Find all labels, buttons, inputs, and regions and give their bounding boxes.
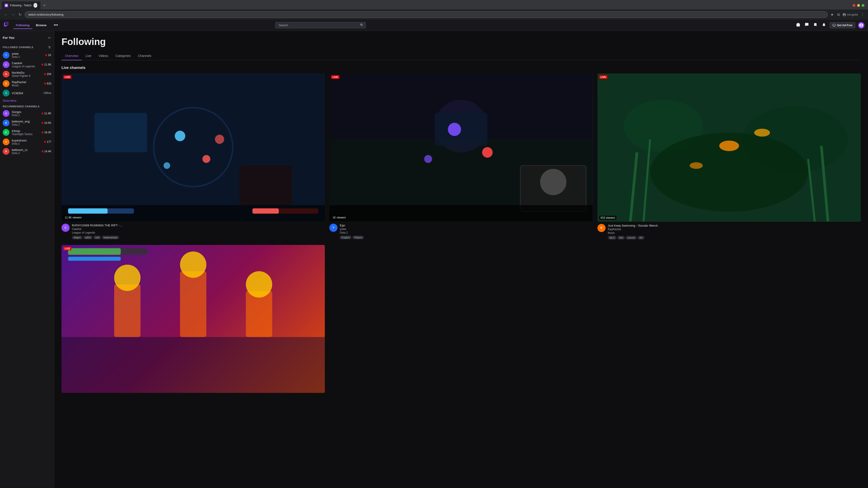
forward-button[interactable]: → [10, 11, 16, 18]
for-you-header: For You ↩ [0, 35, 54, 42]
channel-name-caedrel: Caedrel [12, 61, 39, 65]
svg-rect-37 [61, 337, 325, 393]
stream-avatar-yowe: Y [329, 224, 338, 232]
channel-item-vcm354[interactable]: V VCM354 Offline [0, 88, 54, 98]
user-avatar[interactable] [858, 22, 864, 29]
stream-thumbnail-yowe: LIVE 1K viewers [329, 73, 593, 221]
svg-point-33 [719, 140, 739, 151]
svg-rect-23 [329, 205, 593, 222]
watchlist-button[interactable] [812, 22, 818, 29]
sort-channels-button[interactable]: ⇅ [48, 45, 51, 50]
stream-tag[interactable]: degen [72, 236, 83, 239]
search-input[interactable] [275, 22, 366, 29]
nav-following[interactable]: Following [13, 22, 32, 29]
svg-rect-0 [833, 24, 835, 26]
channel-item-betboom-ru[interactable]: B betboom_ru Dota 2 14.4K [0, 147, 54, 156]
channel-item-yowe[interactable]: Y yowe Dota 2 1K [0, 51, 54, 60]
svg-rect-46 [68, 257, 121, 260]
tab-overview[interactable]: Overview [61, 52, 82, 60]
svg-rect-3 [94, 113, 147, 153]
channel-item-betboom-eng[interactable]: B betboom_eng Dota 2 10.5K [0, 118, 54, 128]
channel-avatar-rayrachel: R [3, 80, 9, 87]
show-more-button[interactable]: Show More [0, 98, 54, 104]
svg-point-19 [482, 147, 493, 158]
stream-tag[interactable]: adhd [84, 236, 92, 239]
messages-button[interactable] [804, 22, 810, 29]
notifications-button[interactable] [821, 22, 827, 29]
channel-offline-vcm354: Offline [43, 92, 51, 95]
stream-card-yowe[interactable]: LIVE 1K viewers Y Ego yowe Dota 2 Englis… [329, 73, 593, 239]
window-minimize-button[interactable] [857, 4, 860, 7]
stream-card-caedrel[interactable]: LIVE 11.9K viewers C RATAYUSI69 RUNNING … [61, 73, 325, 239]
back-button[interactable]: ← [3, 11, 9, 18]
channel-item-gorgec[interactable]: G Gorgec Dota 2 11.9K [0, 109, 54, 118]
channel-item-k3soju[interactable]: K k3soju Teamfight Tactics 18.3K [0, 128, 54, 137]
sidebar-collapse-button[interactable]: ↩ [48, 35, 51, 40]
channel-item-nuckleDu[interactable]: N NuckleDu Street Fighter 6 204 [0, 69, 54, 79]
split-view-button[interactable]: ⧉ [836, 12, 841, 18]
for-you-title: For You [3, 36, 14, 39]
stream-thumbnail-caedrel: LIVE 11.9K viewers [61, 73, 325, 221]
channel-name-kuyanicwxc: kuyanicwxc [12, 139, 42, 142]
stream-tag[interactable]: badexample [102, 236, 119, 239]
channel-viewers-betboom-ru: 14.4K [41, 150, 51, 153]
channel-item-caedrel[interactable]: C Caedrel League of Legends 11.9K [0, 60, 54, 69]
refresh-button[interactable]: ↻ [17, 11, 23, 18]
svg-rect-45 [68, 248, 121, 255]
svg-rect-38 [114, 284, 141, 337]
bookmark-button[interactable]: ★ [830, 11, 835, 18]
gifts-button[interactable] [795, 22, 801, 29]
tab-videos[interactable]: Videos [95, 52, 112, 60]
stream-tag[interactable]: Filipino [352, 236, 364, 239]
channel-avatar-vcm354: V [3, 90, 9, 96]
tab-close-button[interactable]: ✕ [33, 3, 38, 8]
url-bar[interactable]: twitch.tv/directory/following [25, 11, 828, 18]
stream-avatar-caedrel: C [61, 224, 70, 232]
channel-viewers-nuckleDu: 204 [44, 72, 51, 76]
stream-tag[interactable]: fish [617, 236, 625, 239]
stream-details-rayrachel: Just Keep Swimming - !Socials !Merch Ray… [608, 224, 861, 239]
channel-info-k3soju: k3soju Teamfight Tactics [12, 129, 39, 136]
twitch-logo[interactable] [4, 22, 8, 29]
header-more-button[interactable]: ••• [53, 22, 59, 29]
channel-avatar-betboom-ru: B [3, 148, 9, 155]
recommended-channels-label: RECOMMENDED CHANNELS [3, 105, 39, 108]
svg-point-7 [164, 162, 170, 169]
window-maximize-button[interactable] [862, 4, 864, 7]
header-search [275, 22, 366, 29]
followed-channels-label: FOLLOWED CHANNELS [3, 46, 33, 48]
search-button[interactable] [358, 22, 366, 29]
live-indicator-nuckleDu [44, 73, 46, 75]
stream-tag[interactable]: MLS [608, 236, 617, 239]
channel-avatar-betboom-eng: B [3, 120, 9, 126]
svg-rect-11 [68, 208, 107, 214]
url-text: twitch.tv/directory/following [29, 13, 64, 16]
tab-channels[interactable]: Channels [134, 52, 155, 60]
channel-item-rayrachel[interactable]: R RayRachel Music 633 [0, 79, 54, 88]
channel-name-yowe: yowe [12, 52, 43, 55]
stream-card-rayrachel[interactable]: LIVE 633 viewers R Just Keep Swimming - … [597, 73, 861, 239]
window-close-button[interactable] [852, 4, 855, 7]
stream-tag[interactable]: Art [638, 236, 645, 239]
stream-card-row2-1[interactable]: LIVE [61, 245, 325, 395]
tab-live[interactable]: Live [82, 52, 95, 60]
stream-tag[interactable]: English [340, 236, 351, 239]
stream-title-yowe: Ego [340, 224, 593, 227]
stream-tag[interactable]: soccer [626, 236, 637, 239]
tab-categories[interactable]: Categories [112, 52, 134, 60]
channel-avatar-k3soju: K [3, 129, 9, 136]
browser-more-button[interactable]: ⋮ [860, 11, 865, 18]
get-ad-free-button[interactable]: Get Ad-Free [830, 22, 855, 29]
channel-info-betboom-ru: betboom_ru Dota 2 [12, 148, 39, 155]
new-tab-button[interactable]: + [41, 2, 48, 9]
twitch-header: Following Browse ••• Get [0, 20, 868, 31]
channel-game-k3soju: Teamfight Tactics [12, 133, 39, 136]
channel-item-kuyanicwxc[interactable]: K kuyanicwxc Dota 2 177 [0, 137, 54, 147]
active-tab[interactable]: Following - Twitch ✕ [2, 1, 40, 9]
nav-browse[interactable]: Browse [33, 22, 49, 29]
get-ad-free-label: Get Ad-Free [837, 24, 852, 27]
sidebar: For You ↩ FOLLOWED CHANNELS ⇅ Y yowe Dot… [0, 31, 54, 488]
stream-tag[interactable]: xdd [93, 236, 101, 239]
channel-name-gorgec: Gorgec [12, 110, 39, 113]
live-indicator-gorgec [41, 112, 43, 114]
